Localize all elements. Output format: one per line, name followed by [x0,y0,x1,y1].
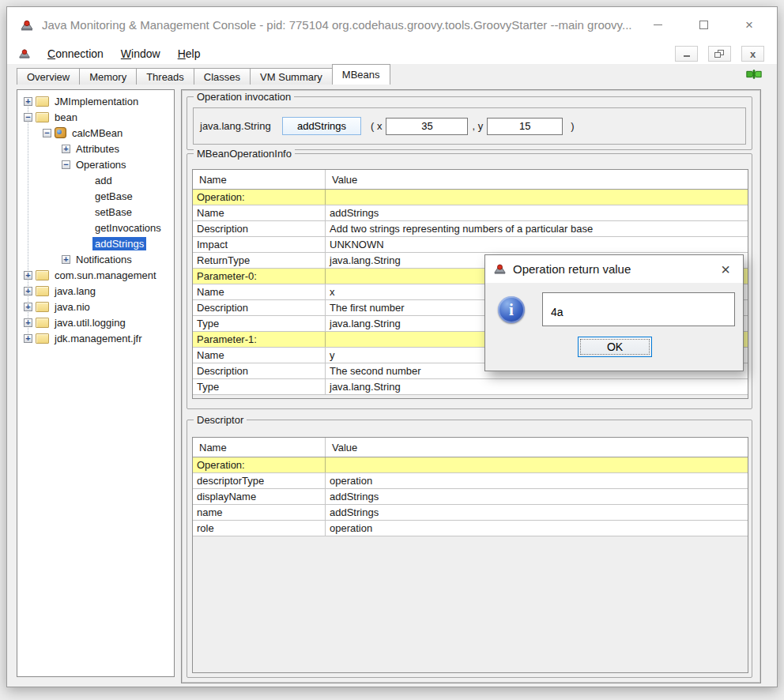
tab[interactable]: Memory [79,68,137,85]
tree-item[interactable]: + Notifications [17,251,174,267]
dialog-title: Operation return value [513,262,631,276]
tree-item-label: java.nio [52,300,92,314]
tree-item[interactable]: + jdk.management.jfr [17,330,174,346]
tree-item-label: Operations [74,158,129,171]
table-row[interactable]: displayName addStrings [193,489,748,505]
tree-expander-icon[interactable]: + [24,97,32,106]
tree-expander-icon[interactable]: + [24,318,32,327]
cell-name: Type [193,379,326,394]
tab[interactable]: Overview [17,68,80,85]
tree-item-label: calcMBean [70,126,125,140]
tree-item[interactable]: + Attributes [17,141,174,156]
menubar: Connection Window Help x [7,43,777,64]
table-row[interactable]: descriptorType operation [193,473,748,489]
tree-item-label: getInvocations [92,221,164,235]
param-y-input[interactable] [487,118,563,135]
menu-item[interactable]: Window [114,45,168,62]
tree-item[interactable]: − calcMBean [17,125,174,141]
cell-name: Name [193,348,326,363]
frame-close-button[interactable]: x [741,46,764,62]
tree-expander-icon[interactable]: + [24,334,32,343]
cell-name: descriptorType [193,473,326,488]
tree-expander-icon[interactable]: − [62,160,70,169]
tree-expander-icon[interactable]: + [24,287,32,295]
jconsole-app-icon [20,18,34,32]
open-paren-label: ( x [371,120,382,132]
tree-item[interactable]: getInvocations [17,220,174,235]
tree-item-label: jdk.management.jfr [52,332,145,345]
tree-item[interactable]: add [17,172,174,188]
tree-item[interactable]: + com.sun.management [17,267,174,283]
tree-expander-icon[interactable]: + [24,303,32,311]
tree-expander-icon[interactable]: + [24,271,32,280]
frame-close-icon: x [750,49,756,59]
column-header-name[interactable]: Name [193,438,326,457]
close-button[interactable]: × [726,7,772,43]
tab[interactable]: Classes [194,68,251,85]
frame-minimize-button[interactable] [675,46,698,62]
maximize-button[interactable] [680,7,726,43]
cell-value [326,190,748,205]
tab[interactable]: MBeans [332,64,390,85]
tree-node-icon [36,302,49,312]
cell-name: Parameter-1: [193,332,326,347]
cell-value: addStrings [326,205,748,220]
invoke-addstrings-button[interactable]: addStrings [282,117,361,135]
tree-item[interactable]: addStrings [17,235,174,251]
tree-item[interactable]: + java.nio [17,299,174,314]
tree-node-icon [55,127,66,138]
jconsole-menu-icon [18,47,31,60]
tree-item[interactable]: getBase [17,188,174,204]
dialog-close-button[interactable]: × [716,260,735,279]
frame-restore-button[interactable] [708,46,731,62]
tab[interactable]: Threads [136,68,194,85]
return-value-field[interactable] [542,292,735,326]
tree-item[interactable]: + JMImplementation [17,93,174,109]
ok-button[interactable]: OK [578,337,652,357]
tree-node-icon [36,270,49,280]
table-row[interactable]: Type java.lang.String [193,379,748,395]
tree-item[interactable]: + java.lang [17,283,174,299]
table-row[interactable]: Impact UNKNOWN [193,237,748,253]
maximize-icon [699,21,708,29]
column-header-value[interactable]: Value [326,174,748,186]
table-row[interactable]: name addStrings [193,505,748,521]
column-header-value[interactable]: Value [326,442,748,453]
menu-item[interactable]: Connection [40,45,111,62]
table-row[interactable]: Description Add two strings representing… [193,221,748,237]
cell-name: displayName [193,489,326,504]
table-body: Operation: descriptorType operation disp… [193,457,748,536]
table-row[interactable]: role operation [193,521,748,536]
column-header-name[interactable]: Name [193,170,326,189]
tree-item-label: java.util.logging [52,316,128,329]
tree-item[interactable]: setBase [17,204,174,220]
table-header: Name Value [193,170,748,190]
param-x-input[interactable] [386,118,468,135]
cell-name: Name [193,205,326,220]
table-row[interactable]: Operation: [193,190,748,205]
tree-item-label: Notifications [74,253,134,266]
window-titlebar[interactable]: Java Monitoring & Management Console - p… [7,7,777,43]
tree-item-label: add [92,174,115,187]
dialog-titlebar[interactable]: Operation return value × [485,255,743,283]
table-row[interactable]: Operation: [193,457,748,473]
jconsole-dialog-icon [493,262,507,276]
separator-label: , y [472,120,483,132]
cell-value: UNKNOWN [326,237,748,252]
internal-frame-buttons: x [675,46,764,62]
menu-item[interactable]: Help [171,45,208,62]
table-row[interactable]: Name addStrings [193,205,748,221]
tree-item[interactable]: − Operations [17,156,174,172]
tree-node-icon [36,112,49,122]
tree-item[interactable]: + java.util.logging [17,314,174,330]
table-header: Name Value [193,438,748,457]
minimize-button[interactable] [635,7,680,43]
tree-expander-icon[interactable]: + [62,255,70,264]
tree-item[interactable]: − bean [17,109,174,125]
cell-value: addStrings [326,505,748,520]
tree-expander-icon[interactable]: − [43,129,51,137]
tree-expander-icon[interactable]: − [24,113,32,122]
tree-expander-icon[interactable]: + [62,145,70,153]
tab[interactable]: VM Summary [250,68,333,85]
cell-name: Parameter-0: [193,269,326,284]
